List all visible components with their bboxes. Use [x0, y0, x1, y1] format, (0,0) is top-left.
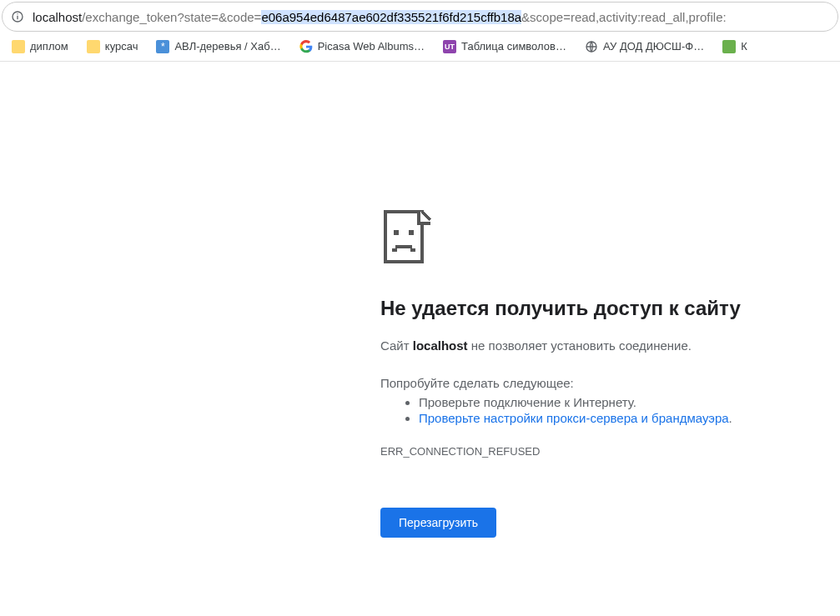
url-rest: &scope=read,activity:read_all,profile:: [521, 10, 727, 24]
bookmark-k[interactable]: К: [716, 37, 754, 57]
svg-rect-6: [394, 230, 399, 235]
bookmark-label: диплом: [30, 40, 68, 53]
svg-rect-8: [395, 245, 412, 248]
ut-icon: UT: [443, 40, 456, 53]
bookmark-avl[interactable]: * АВЛ-деревья / Хаб…: [149, 37, 287, 57]
bookmark-dyussh[interactable]: АУ ДОД ДЮСШ-Ф…: [578, 37, 711, 57]
google-icon: [299, 40, 313, 53]
svg-rect-7: [409, 230, 414, 235]
error-heading: Не удается получить доступ к сайту: [380, 297, 814, 320]
list-item: Проверьте настройки прокси-сервера и бра…: [419, 411, 814, 425]
url-path: /exchange_token?state=&code=: [82, 10, 261, 24]
reload-button[interactable]: Перезагрузить: [380, 508, 496, 538]
error-code: ERR_CONNECTION_REFUSED: [380, 445, 814, 458]
address-bar[interactable]: localhost /exchange_token?state=&code= e…: [2, 2, 838, 32]
svg-point-2: [17, 13, 18, 14]
bookmark-symbols[interactable]: UT Таблица символов…: [436, 37, 573, 57]
bookmark-picasa[interactable]: Picasa Web Albums…: [293, 37, 431, 57]
suggestion-link-text: Проверьте настройки прокси-сервера и бра…: [419, 411, 729, 425]
habr-icon: *: [156, 40, 169, 53]
sad-page-icon: [380, 208, 440, 268]
svg-rect-4: [385, 212, 422, 262]
info-icon: [11, 10, 24, 23]
folder-icon: [12, 40, 25, 53]
url-selection: e06a954ed6487ae602df335521f6fd215cffb18a: [261, 10, 521, 24]
bookmark-label: Picasa Web Albums…: [318, 40, 425, 53]
bookmark-label: К: [741, 40, 747, 53]
bookmark-diplom[interactable]: диплом: [5, 37, 75, 57]
bookmarks-bar: диплом курсач * АВЛ-деревья / Хаб… Picas…: [0, 32, 840, 62]
proxy-settings-link[interactable]: Проверьте настройки прокси-сервера и бра…: [419, 411, 729, 425]
globe-icon: [585, 40, 598, 53]
suggestions-list: Проверьте подключение к Интернету. Прове…: [380, 395, 814, 425]
error-msg-suffix: не позволяет установить соединение.: [468, 338, 692, 353]
bookmark-label: АВЛ-деревья / Хаб…: [174, 40, 280, 53]
bookmark-label: АУ ДОД ДЮСШ-Ф…: [603, 40, 704, 53]
svg-rect-9: [392, 248, 397, 252]
bookmark-kursach[interactable]: курсач: [80, 37, 145, 57]
url-host: localhost: [33, 10, 82, 24]
green-icon: [722, 40, 736, 53]
folder-icon: [87, 40, 100, 53]
suggestion-text: Проверьте подключение к Интернету.: [419, 395, 636, 409]
error-message: Сайт localhost не позволяет установить с…: [380, 338, 814, 353]
error-page: Не удается получить доступ к сайту Сайт …: [380, 208, 814, 538]
list-item: Проверьте подключение к Интернету.: [419, 395, 814, 409]
error-msg-host: localhost: [413, 338, 468, 353]
error-msg-prefix: Сайт: [380, 338, 413, 353]
bookmark-label: курсач: [105, 40, 138, 53]
bookmark-label: Таблица символов…: [461, 40, 566, 53]
suggestions-title: Попробуйте сделать следующее:: [380, 376, 814, 390]
svg-rect-10: [410, 248, 415, 252]
